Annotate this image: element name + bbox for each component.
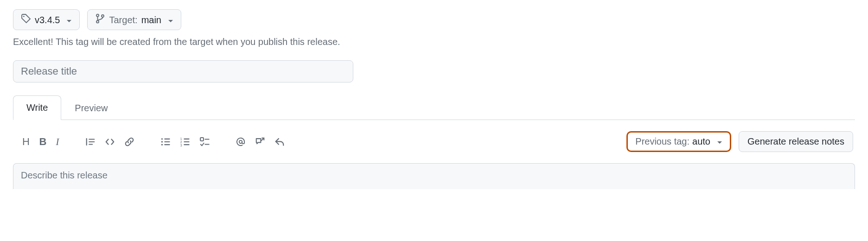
selector-row: v3.4.5 Target: main bbox=[13, 9, 855, 30]
quote-button[interactable] bbox=[85, 137, 96, 147]
tab-write[interactable]: Write bbox=[13, 95, 61, 120]
release-title-input[interactable] bbox=[13, 60, 353, 82]
tasklist-icon bbox=[199, 137, 210, 147]
code-button[interactable] bbox=[105, 137, 115, 147]
svg-rect-16 bbox=[200, 138, 204, 141]
reply-button[interactable] bbox=[274, 137, 285, 147]
link-icon bbox=[124, 137, 134, 147]
mention-button[interactable] bbox=[236, 137, 246, 147]
link-button[interactable] bbox=[124, 137, 134, 147]
svg-rect-5 bbox=[164, 138, 170, 139]
code-icon bbox=[105, 137, 115, 147]
svg-point-1 bbox=[97, 14, 99, 17]
heading-icon: H bbox=[22, 136, 30, 148]
heading-button[interactable]: H bbox=[22, 136, 30, 148]
toolbar-right: Previous tag: auto Generate release note… bbox=[626, 131, 853, 152]
svg-rect-15 bbox=[184, 144, 189, 145]
svg-point-0 bbox=[23, 16, 25, 17]
unordered-list-button[interactable] bbox=[160, 137, 171, 147]
svg-point-2 bbox=[97, 20, 99, 23]
svg-rect-13 bbox=[184, 141, 189, 142]
release-body-textarea[interactable] bbox=[13, 163, 855, 189]
list-ordered-icon: 1 2 3 bbox=[180, 137, 190, 147]
quote-icon bbox=[85, 137, 96, 147]
toolbar-row: H B I bbox=[13, 131, 855, 152]
reply-icon bbox=[274, 137, 285, 147]
previous-tag-value: auto bbox=[692, 136, 710, 147]
tag-icon bbox=[21, 13, 31, 26]
caret-down-icon bbox=[168, 14, 173, 25]
tag-selector-label: v3.4.5 bbox=[35, 14, 60, 25]
cross-reference-icon bbox=[255, 137, 265, 147]
caret-down-icon bbox=[717, 136, 722, 147]
tab-preview[interactable]: Preview bbox=[61, 96, 121, 120]
list-unordered-icon bbox=[160, 137, 171, 147]
svg-rect-7 bbox=[164, 141, 170, 142]
target-prefix-label: Target: bbox=[109, 14, 137, 25]
ordered-list-button[interactable]: 1 2 3 bbox=[180, 137, 190, 147]
caret-down-icon bbox=[66, 14, 72, 25]
previous-tag-button[interactable]: Previous tag: auto bbox=[626, 131, 731, 152]
target-value-label: main bbox=[141, 14, 161, 25]
toolbar-left: H B I bbox=[22, 136, 285, 148]
previous-tag-label: Previous tag: bbox=[635, 136, 689, 147]
tabnav: Write Preview bbox=[13, 95, 855, 120]
mention-icon bbox=[236, 137, 246, 147]
svg-rect-11 bbox=[184, 138, 189, 139]
svg-point-4 bbox=[161, 138, 162, 140]
bold-icon: B bbox=[39, 136, 46, 148]
svg-text:3: 3 bbox=[180, 143, 182, 146]
tag-selector-button[interactable]: v3.4.5 bbox=[13, 9, 80, 30]
bold-button[interactable]: B bbox=[39, 136, 46, 148]
svg-point-8 bbox=[161, 144, 162, 145]
italic-button[interactable]: I bbox=[56, 136, 59, 148]
italic-icon: I bbox=[56, 136, 59, 148]
git-branch-icon bbox=[95, 13, 105, 26]
svg-point-6 bbox=[161, 141, 162, 142]
svg-rect-9 bbox=[164, 144, 170, 145]
generate-release-notes-button[interactable]: Generate release notes bbox=[739, 131, 853, 152]
editor-section: Write Preview H B I bbox=[13, 95, 855, 191]
target-selector-button[interactable]: Target: main bbox=[87, 9, 181, 30]
tag-hint-text: Excellent! This tag will be created from… bbox=[13, 37, 855, 47]
task-list-button[interactable] bbox=[199, 137, 210, 147]
cross-reference-button[interactable] bbox=[255, 137, 265, 147]
svg-point-3 bbox=[102, 15, 104, 17]
